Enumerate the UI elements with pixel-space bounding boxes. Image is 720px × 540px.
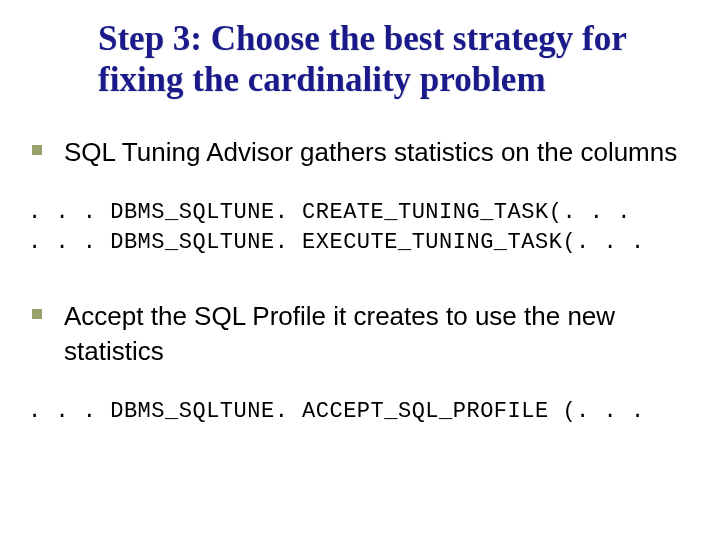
- bullet-icon: [28, 299, 64, 319]
- slide: Step 3: Choose the best strategy for fix…: [0, 0, 720, 540]
- bullet-text: SQL Tuning Advisor gathers statistics on…: [64, 135, 692, 170]
- bullet-text: Accept the SQL Profile it creates to use…: [64, 299, 692, 369]
- bullet-icon: [28, 135, 64, 155]
- slide-title: Step 3: Choose the best strategy for fix…: [98, 18, 692, 101]
- code-snippet: . . . DBMS_SQLTUNE. CREATE_TUNING_TASK(.…: [28, 198, 692, 260]
- bullet-item: Accept the SQL Profile it creates to use…: [28, 299, 692, 369]
- bullet-item: SQL Tuning Advisor gathers statistics on…: [28, 135, 692, 170]
- code-snippet: . . . DBMS_SQLTUNE. ACCEPT_SQL_PROFILE (…: [28, 397, 692, 428]
